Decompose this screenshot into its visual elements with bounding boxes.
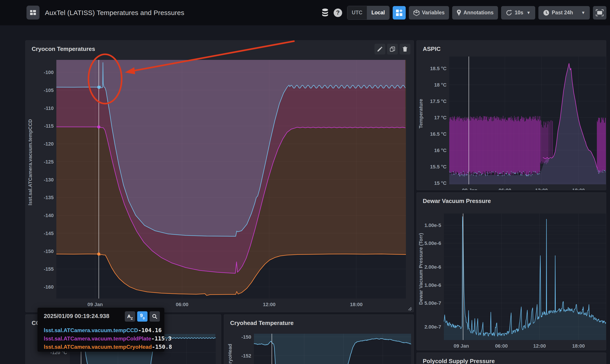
- x-axis-tick-label: 18:00: [572, 343, 585, 349]
- panel-title[interactable]: Dewar Vacuum Pressure: [423, 198, 491, 205]
- series-label[interactable]: lsst.sal.ATCamera.vacuum.tempCCD: [44, 327, 138, 334]
- search-icon: [152, 314, 157, 319]
- edit-panel-button[interactable]: [375, 44, 385, 54]
- time-range-button[interactable]: Past 24h ▼: [538, 6, 590, 20]
- delete-panel-button[interactable]: [400, 44, 410, 54]
- y-axis-title: Dewar Vacuum Pressure (Torr): [418, 233, 424, 305]
- annotations-button[interactable]: Annotations: [452, 6, 498, 20]
- y-axis-tick-label: 1.00e-5: [424, 222, 441, 228]
- cryohead-chart[interactable]: [254, 334, 411, 364]
- y-axis-tick-label: -150: [241, 334, 251, 340]
- x-axis-tick-label: 12:00: [263, 302, 275, 308]
- timezone-utc-button[interactable]: UTC: [347, 6, 367, 20]
- x-axis-tick-label: 09 Jan: [88, 302, 103, 308]
- panel-title[interactable]: Cryohead Temperature: [230, 320, 294, 326]
- dewar-chart[interactable]: [444, 213, 606, 340]
- x-axis-tick-label: 18:00: [572, 187, 585, 190]
- y-axis-tick-label: -105: [44, 88, 54, 93]
- panel-title[interactable]: Polycold Supply Pressure: [423, 358, 495, 364]
- y-axis-tick-label: 15 °C: [434, 180, 447, 186]
- y-axis-tick-label: 18 °C: [434, 82, 447, 88]
- y-axis-tick-label: -135: [44, 195, 54, 200]
- series-label[interactable]: lsst.sal.ATCamera.vacuum.tempCryoHead: [44, 344, 152, 350]
- y-axis-tick-label: 5.00e-7: [424, 300, 441, 306]
- grafana-dashboard: AuxTel (LATISS) Temperatures and Pressur…: [0, 0, 610, 364]
- trash-icon: [402, 46, 408, 52]
- x-axis-tick-label: 09 Jan: [462, 187, 477, 190]
- clock-icon: [543, 9, 550, 16]
- x-axis-tick-label: 06:00: [495, 343, 508, 349]
- y-axis-tick-label: 18.5 °C: [430, 66, 447, 72]
- chevron-down-icon: ▼: [581, 10, 585, 15]
- chart-tooltip: 2025/01/09 00:19:24.938 AZ 90 lsst.sal.A…: [38, 308, 164, 352]
- y-axis-tick-label: -152: [241, 353, 251, 359]
- panel-resize-handle[interactable]: [407, 306, 412, 311]
- pencil-icon: [377, 46, 383, 52]
- cryocon-chart[interactable]: [56, 60, 406, 299]
- dashboard-title: AuxTel (LATISS) Temperatures and Pressur…: [45, 0, 184, 25]
- tooltip-series-row[interactable]: lsst.sal.ATCamera.vacuum.tempColdPlate -…: [44, 334, 159, 343]
- y-axis-tick-label: 17 °C: [434, 115, 447, 121]
- y-axis-tick-label: 5.00e-6: [424, 240, 441, 246]
- panel-actions: [375, 44, 410, 54]
- y-axis-tick-label: 16 °C: [434, 148, 447, 153]
- y-axis-tick-label: -100: [44, 69, 54, 75]
- y-axis-tick-label: -155: [44, 266, 54, 272]
- panel-cryocon-temperatures: Cryocon Temperatures lsst.sal.ATCam: [25, 40, 414, 312]
- tooltip-timestamp: 2025/01/09 00:19:24.938: [44, 313, 109, 320]
- refresh-interval-label: 10s: [515, 10, 523, 16]
- variables-cube-icon: [413, 9, 420, 16]
- y-axis-tick-label: -125: [44, 159, 54, 165]
- x-axis-tick-label: 06:00: [499, 187, 511, 190]
- chevron-down-icon: ▼: [527, 10, 531, 15]
- top-navbar: AuxTel (LATISS) Temperatures and Pressur…: [0, 0, 610, 25]
- y-axis-tick-label: -160: [44, 284, 54, 290]
- series-value: -104.16: [138, 327, 162, 334]
- kiosk-tv-icon: [596, 9, 604, 16]
- duplicate-panel-button[interactable]: [387, 44, 398, 54]
- x-axis-tick-label: 09 Jan: [454, 343, 469, 349]
- y-axis-title: lsst.sal.ATCamera.vacuum.tempCryoHead: [227, 344, 233, 364]
- add-panel-button[interactable]: [393, 6, 406, 20]
- y-axis-tick-label: -120: [44, 141, 54, 147]
- y-axis-title: Temperature: [418, 99, 424, 129]
- y-axis-tick-label: 1.00e-6: [424, 282, 441, 288]
- y-axis-tick-label: -110: [44, 105, 54, 111]
- y-axis-title: lsst.sal.ATCamera.vacuum.tempCCD: [27, 119, 33, 206]
- timezone-local-button[interactable]: Local: [367, 6, 389, 20]
- variables-button[interactable]: Variables: [409, 6, 449, 20]
- tooltip-series-row[interactable]: lsst.sal.ATCamera.vacuum.tempCCD -104.16: [44, 326, 159, 334]
- panel-title[interactable]: ASPIC: [423, 46, 440, 52]
- panel-polycold-supply-pressure: Polycold Supply Pressure: [417, 352, 606, 364]
- x-axis-tick-label: 12:00: [535, 187, 548, 190]
- panel-title[interactable]: Cryocon Temperatures: [32, 46, 95, 52]
- sort-alphabetical-button[interactable]: AZ: [125, 311, 135, 322]
- series-value: -150.8: [152, 344, 172, 350]
- series-label[interactable]: lsst.sal.ATCamera.vacuum.tempColdPlate: [44, 336, 151, 342]
- panel-cryohead-temperature: Cryohead Temperature lsst.sal.ATCamera.v…: [224, 314, 414, 364]
- panel-aspic: ASPIC Temperature 18.5 °C18 °C17.5 °C17 …: [417, 40, 606, 190]
- refresh-icon: [506, 9, 512, 16]
- series-value: -115.3: [151, 335, 171, 342]
- y-axis-tick-label: 16.5 °C: [430, 131, 447, 137]
- tooltip-series-row[interactable]: lsst.sal.ATCamera.vacuum.tempCryoHead -1…: [44, 343, 159, 351]
- copy-icon: [390, 46, 395, 52]
- kiosk-mode-button[interactable]: [593, 6, 606, 20]
- add-panel-icon: [395, 9, 403, 17]
- annotations-label: Annotations: [463, 10, 493, 16]
- refresh-interval-button[interactable]: 10s ▼: [501, 6, 535, 20]
- sort-numeric-button[interactable]: 90: [137, 311, 148, 322]
- dashboard-grid-icon[interactable]: [27, 6, 40, 20]
- x-axis-tick-label: 12:00: [533, 343, 546, 349]
- y-axis-tick-label: -115: [44, 123, 54, 129]
- svg-text:?: ?: [336, 9, 340, 16]
- search-button[interactable]: [149, 311, 160, 322]
- datasource-icon[interactable]: [321, 8, 329, 17]
- y-axis-tick-label: 2.00e-6: [424, 264, 441, 270]
- timezone-toggle: UTC Local: [347, 6, 390, 20]
- y-axis-tick-label: 15.5 °C: [430, 164, 447, 170]
- help-icon[interactable]: ?: [333, 8, 343, 17]
- aspic-chart[interactable]: [449, 56, 606, 184]
- y-axis-tick-label: 2.00e-7: [424, 324, 441, 330]
- y-axis-tick-label: 17.5 °C: [430, 98, 447, 104]
